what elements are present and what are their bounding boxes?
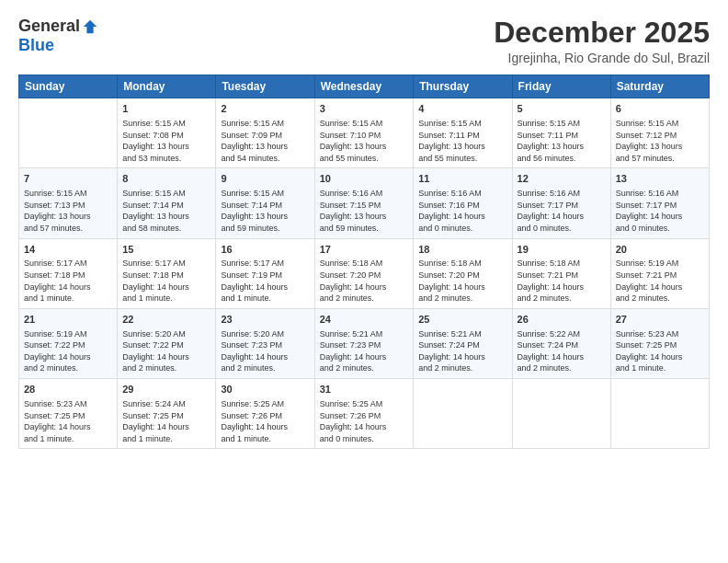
cell-content: Sunrise: 5:15 AMSunset: 7:08 PMDaylight:… (122, 118, 210, 164)
day-number: 1 (122, 102, 210, 116)
cell-content: Sunrise: 5:15 AMSunset: 7:11 PMDaylight:… (418, 118, 506, 164)
cell-content: Sunrise: 5:16 AMSunset: 7:17 PMDaylight:… (616, 188, 704, 234)
day-number: 3 (320, 102, 409, 116)
calendar-cell: 14Sunrise: 5:17 AMSunset: 7:18 PMDayligh… (19, 238, 118, 308)
calendar-cell: 6Sunrise: 5:15 AMSunset: 7:12 PMDaylight… (610, 98, 709, 168)
calendar-cell: 26Sunrise: 5:22 AMSunset: 7:24 PMDayligh… (512, 308, 610, 378)
day-number: 6 (616, 102, 704, 116)
cell-content: Sunrise: 5:15 AMSunset: 7:09 PMDaylight:… (221, 118, 309, 164)
month-title: December 2025 (494, 17, 710, 49)
cell-content: Sunrise: 5:15 AMSunset: 7:14 PMDaylight:… (122, 188, 210, 234)
header: General Blue December 2025 Igrejinha, Ri… (18, 17, 710, 65)
calendar-cell: 29Sunrise: 5:24 AMSunset: 7:25 PMDayligh… (118, 379, 216, 449)
day-number: 24 (320, 313, 409, 327)
day-number: 21 (24, 313, 112, 327)
calendar-cell: 23Sunrise: 5:20 AMSunset: 7:23 PMDayligh… (216, 308, 314, 378)
day-number: 23 (221, 313, 309, 327)
calendar-cell: 3Sunrise: 5:15 AMSunset: 7:10 PMDaylight… (314, 98, 414, 168)
calendar-cell: 8Sunrise: 5:15 AMSunset: 7:14 PMDaylight… (118, 168, 216, 238)
day-number: 4 (418, 102, 506, 116)
day-number: 15 (122, 243, 210, 257)
calendar-cell: 31Sunrise: 5:25 AMSunset: 7:26 PMDayligh… (314, 379, 414, 449)
page: General Blue December 2025 Igrejinha, Ri… (0, 0, 728, 563)
calendar-table: SundayMondayTuesdayWednesdayThursdayFrid… (18, 75, 710, 449)
cell-content: Sunrise: 5:23 AMSunset: 7:25 PMDaylight:… (24, 398, 112, 444)
cell-content: Sunrise: 5:15 AMSunset: 7:11 PMDaylight:… (518, 118, 606, 164)
svg-marker-0 (84, 19, 97, 32)
day-number: 2 (221, 102, 309, 116)
weekday-header-row: SundayMondayTuesdayWednesdayThursdayFrid… (19, 75, 710, 98)
calendar-cell: 4Sunrise: 5:15 AMSunset: 7:11 PMDaylight… (414, 98, 512, 168)
calendar-cell (19, 98, 118, 168)
logo-blue-text: Blue (18, 36, 54, 54)
weekday-header-tuesday: Tuesday (216, 75, 314, 98)
day-number: 31 (320, 383, 409, 396)
day-number: 16 (221, 243, 309, 257)
cell-content: Sunrise: 5:21 AMSunset: 7:23 PMDaylight:… (320, 328, 409, 374)
calendar-week-row: 21Sunrise: 5:19 AMSunset: 7:22 PMDayligh… (19, 308, 710, 378)
calendar-cell: 28Sunrise: 5:23 AMSunset: 7:25 PMDayligh… (19, 379, 118, 449)
cell-content: Sunrise: 5:24 AMSunset: 7:25 PMDaylight:… (122, 398, 210, 444)
title-block: December 2025 Igrejinha, Rio Grande do S… (494, 17, 710, 65)
calendar-cell: 1Sunrise: 5:15 AMSunset: 7:08 PMDaylight… (118, 98, 216, 168)
day-number: 13 (616, 172, 704, 186)
calendar-cell: 19Sunrise: 5:18 AMSunset: 7:21 PMDayligh… (512, 238, 610, 308)
calendar-cell: 22Sunrise: 5:20 AMSunset: 7:22 PMDayligh… (118, 308, 216, 378)
calendar-cell (414, 379, 512, 449)
calendar-week-row: 28Sunrise: 5:23 AMSunset: 7:25 PMDayligh… (19, 379, 710, 449)
calendar-cell (512, 379, 610, 449)
day-number: 14 (24, 243, 112, 257)
calendar-cell: 2Sunrise: 5:15 AMSunset: 7:09 PMDaylight… (216, 98, 314, 168)
day-number: 11 (418, 172, 506, 186)
logo-icon (82, 18, 98, 35)
day-number: 5 (518, 102, 606, 116)
weekday-header-friday: Friday (512, 75, 610, 98)
calendar-week-row: 1Sunrise: 5:15 AMSunset: 7:08 PMDaylight… (19, 98, 710, 168)
cell-content: Sunrise: 5:17 AMSunset: 7:19 PMDaylight:… (221, 258, 309, 304)
day-number: 8 (122, 172, 210, 186)
logo: General Blue (18, 17, 98, 55)
calendar-cell: 5Sunrise: 5:15 AMSunset: 7:11 PMDaylight… (512, 98, 610, 168)
day-number: 29 (122, 383, 210, 396)
day-number: 27 (616, 313, 704, 327)
day-number: 7 (24, 172, 112, 186)
cell-content: Sunrise: 5:18 AMSunset: 7:21 PMDaylight:… (518, 258, 606, 304)
weekday-header-wednesday: Wednesday (314, 75, 414, 98)
day-number: 25 (418, 313, 506, 327)
cell-content: Sunrise: 5:15 AMSunset: 7:12 PMDaylight:… (616, 118, 704, 164)
location: Igrejinha, Rio Grande do Sul, Brazil (494, 51, 710, 65)
day-number: 26 (518, 313, 606, 327)
cell-content: Sunrise: 5:15 AMSunset: 7:14 PMDaylight:… (221, 188, 309, 234)
day-number: 18 (418, 243, 506, 257)
cell-content: Sunrise: 5:19 AMSunset: 7:21 PMDaylight:… (616, 258, 704, 304)
cell-content: Sunrise: 5:15 AMSunset: 7:13 PMDaylight:… (24, 188, 112, 234)
day-number: 28 (24, 383, 112, 396)
calendar-cell: 12Sunrise: 5:16 AMSunset: 7:17 PMDayligh… (512, 168, 610, 238)
cell-content: Sunrise: 5:20 AMSunset: 7:22 PMDaylight:… (122, 328, 210, 374)
calendar-cell: 30Sunrise: 5:25 AMSunset: 7:26 PMDayligh… (216, 379, 314, 449)
cell-content: Sunrise: 5:16 AMSunset: 7:17 PMDaylight:… (518, 188, 606, 234)
calendar-cell: 25Sunrise: 5:21 AMSunset: 7:24 PMDayligh… (414, 308, 512, 378)
calendar-cell: 9Sunrise: 5:15 AMSunset: 7:14 PMDaylight… (216, 168, 314, 238)
cell-content: Sunrise: 5:21 AMSunset: 7:24 PMDaylight:… (418, 328, 506, 374)
calendar-cell: 13Sunrise: 5:16 AMSunset: 7:17 PMDayligh… (610, 168, 709, 238)
logo-general-text: General (18, 17, 80, 36)
weekday-header-saturday: Saturday (610, 75, 709, 98)
cell-content: Sunrise: 5:25 AMSunset: 7:26 PMDaylight:… (320, 398, 409, 444)
day-number: 20 (616, 243, 704, 257)
day-number: 10 (320, 172, 409, 186)
cell-content: Sunrise: 5:17 AMSunset: 7:18 PMDaylight:… (122, 258, 210, 304)
day-number: 22 (122, 313, 210, 327)
calendar-cell: 27Sunrise: 5:23 AMSunset: 7:25 PMDayligh… (610, 308, 709, 378)
day-number: 12 (518, 172, 606, 186)
calendar-cell: 21Sunrise: 5:19 AMSunset: 7:22 PMDayligh… (19, 308, 118, 378)
calendar-cell: 11Sunrise: 5:16 AMSunset: 7:16 PMDayligh… (414, 168, 512, 238)
calendar-cell: 24Sunrise: 5:21 AMSunset: 7:23 PMDayligh… (314, 308, 414, 378)
cell-content: Sunrise: 5:18 AMSunset: 7:20 PMDaylight:… (320, 258, 409, 304)
calendar-cell: 18Sunrise: 5:18 AMSunset: 7:20 PMDayligh… (414, 238, 512, 308)
calendar-cell: 10Sunrise: 5:16 AMSunset: 7:15 PMDayligh… (314, 168, 414, 238)
weekday-header-thursday: Thursday (414, 75, 512, 98)
calendar-week-row: 14Sunrise: 5:17 AMSunset: 7:18 PMDayligh… (19, 238, 710, 308)
cell-content: Sunrise: 5:23 AMSunset: 7:25 PMDaylight:… (616, 328, 704, 374)
calendar-cell: 17Sunrise: 5:18 AMSunset: 7:20 PMDayligh… (314, 238, 414, 308)
